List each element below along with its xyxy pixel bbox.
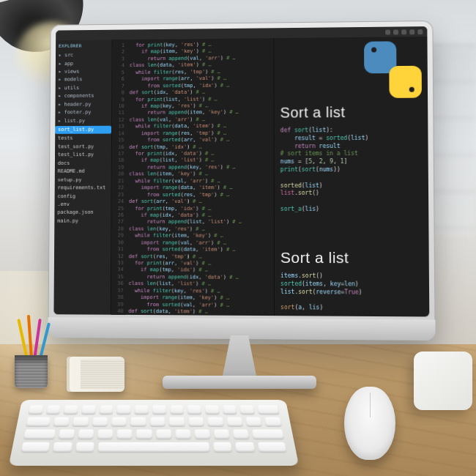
tree-item: ▸ utils [59,84,109,93]
keyboard [9,400,299,466]
desktop-monitor: EXPLORER ▸ src▸ app▸ views▸ models▸ util… [45,21,434,339]
left-code-pane: 1234567891011121314151617181920212223242… [111,38,275,316]
tree-item: ▸ views [59,67,109,76]
tree-item: requirements.txt [58,184,108,192]
tree-item: ▸ models [59,76,109,85]
pencil-holder [11,333,51,388]
tree-item: docs [58,160,108,168]
python-logo-icon [364,41,422,98]
sidebar-header: EXPLORER [56,41,112,51]
tree-item-selected: sort_list.py [55,126,111,135]
closed-book [70,357,124,392]
tree-item: config [57,193,108,201]
overlay-text-1: Sort a list [280,103,424,123]
file-tree: ▸ src▸ app▸ views▸ models▸ utils▸ compon… [54,50,111,227]
computer-mouse [344,387,395,460]
tree-item: ▸ components [58,92,108,101]
tree-item: test_sort.py [58,143,108,151]
tree-item: ▸ list.py [58,117,108,126]
tree-item: package.json [57,209,108,217]
tree-item: main.py [57,217,108,226]
tree-item: ▸ src [59,51,109,60]
tree-item: setup.py [58,176,108,184]
tree-item: ▸ footer.py [58,108,108,117]
monitor-stand-foot [163,376,316,389]
tree-item: .env [57,201,108,209]
right-code-pane: Sort a list def sort(list): result = sor… [275,37,430,317]
white-block [414,352,472,410]
code-editor-screen: EXPLORER ▸ src▸ app▸ views▸ models▸ util… [53,26,429,316]
tree-item: README.md [58,168,108,176]
tree-item: ▸ app [59,59,109,68]
tree-item: test_list.py [58,151,108,159]
tree-item: tests [58,135,108,144]
file-explorer-sidebar: EXPLORER ▸ src▸ app▸ views▸ models▸ util… [53,30,112,315]
overlay-text-2: Sort a list [280,248,425,269]
tree-item: ▸ header.py [58,100,108,109]
